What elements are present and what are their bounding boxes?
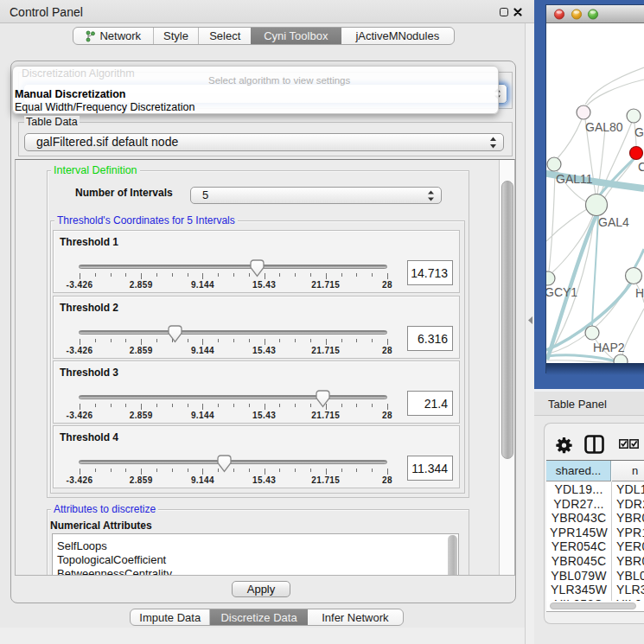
svg-text:GCY1: GCY1 — [546, 285, 577, 299]
svg-text:GAL80: GAL80 — [585, 120, 623, 134]
svg-text:HAP2: HAP2 — [593, 341, 625, 354]
svg-text:GAL11: GAL11 — [556, 172, 593, 186]
svg-text:H: H — [635, 286, 644, 300]
svg-text:C: C — [638, 160, 644, 174]
svg-text:GAL4: GAL4 — [598, 215, 629, 229]
svg-text:GA: GA — [634, 125, 644, 139]
